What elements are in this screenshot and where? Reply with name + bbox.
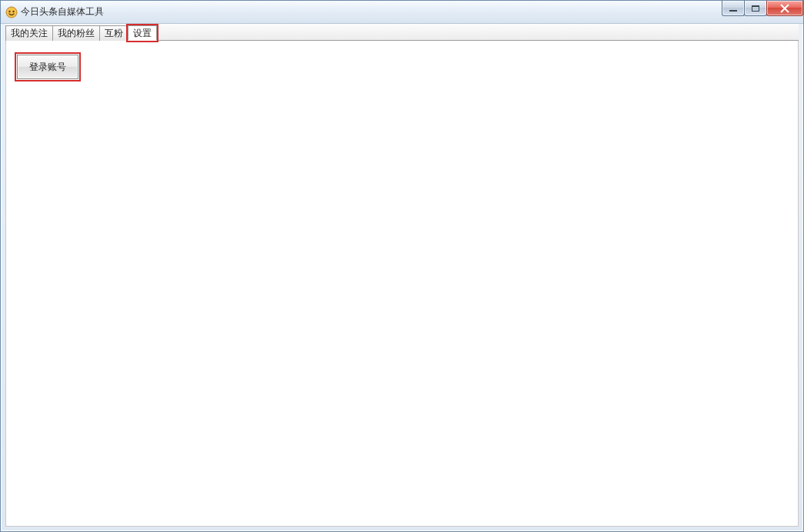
svg-point-0	[6, 7, 17, 18]
close-icon	[780, 4, 789, 13]
tab-my-follows[interactable]: 我的关注	[5, 25, 53, 41]
client-area: 我的关注 我的粉丝 互粉 设置 登录账号	[5, 24, 799, 527]
tab-strip: 我的关注 我的粉丝 互粉 设置	[5, 24, 799, 41]
app-window: 今日头条自媒体工具 我的关注 我的粉丝 互粉	[0, 0, 804, 532]
title-bar[interactable]: 今日头条自媒体工具	[1, 1, 803, 24]
tab-settings[interactable]: 设置	[128, 25, 157, 41]
app-icon	[5, 6, 18, 18]
maximize-icon	[752, 5, 759, 12]
tab-label: 设置	[133, 27, 152, 40]
window-controls	[722, 1, 803, 16]
close-button[interactable]	[766, 1, 803, 16]
svg-point-2	[12, 10, 14, 12]
minimize-button[interactable]	[722, 1, 745, 16]
tab-label: 我的粉丝	[58, 27, 95, 40]
window-title: 今日头条自媒体工具	[21, 5, 104, 18]
minimize-icon	[729, 10, 737, 12]
maximize-button[interactable]	[744, 1, 767, 16]
svg-point-1	[8, 10, 10, 12]
tab-label: 我的关注	[11, 27, 48, 40]
tab-my-fans[interactable]: 我的粉丝	[52, 25, 100, 41]
tab-mutual[interactable]: 互粉	[99, 25, 128, 41]
tab-label: 互粉	[105, 27, 123, 40]
login-account-button[interactable]: 登录账号	[17, 55, 78, 79]
tab-content-settings: 登录账号	[5, 41, 799, 527]
button-label: 登录账号	[29, 61, 66, 74]
